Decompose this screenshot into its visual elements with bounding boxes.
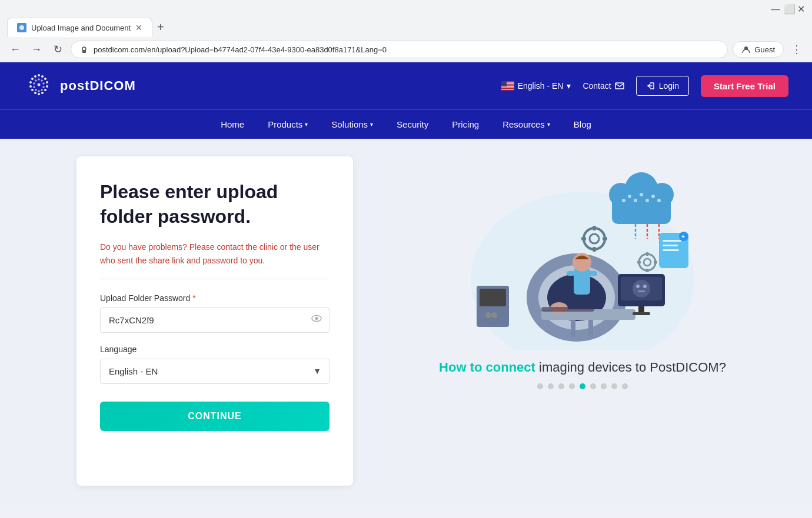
dot-4[interactable]	[569, 383, 575, 389]
dot-3[interactable]	[558, 383, 564, 389]
svg-point-47	[634, 199, 637, 202]
svg-rect-65	[654, 261, 657, 264]
solutions-chevron: ▾	[370, 121, 373, 128]
svg-point-17	[34, 75, 36, 78]
svg-point-87	[633, 280, 650, 298]
start-trial-button[interactable]: Start Free Trial	[701, 75, 788, 97]
form-divider	[100, 279, 330, 279]
back-button[interactable]: ←	[7, 41, 24, 58]
password-input[interactable]	[100, 308, 330, 333]
svg-rect-69	[663, 245, 678, 246]
nav-security[interactable]: Security	[397, 119, 428, 129]
caption-dark-text: imaging devices to PostDICOM?	[535, 360, 726, 375]
us-flag-icon	[501, 81, 514, 91]
svg-point-11	[38, 93, 40, 95]
svg-point-26	[33, 82, 35, 85]
browser-titlebar: — ⬜ ✕	[0, 0, 812, 18]
main-nav-items: Home Products ▾ Solutions ▾ Security Pri…	[221, 119, 591, 129]
guest-label: Guest	[754, 45, 775, 54]
caption-cyan-text: How to connect	[439, 360, 535, 375]
main-nav: Home Products ▾ Solutions ▾ Security Pri…	[0, 109, 812, 139]
top-nav-right: English - EN ▾ Contact Login Start Free …	[501, 75, 788, 97]
nav-solutions[interactable]: Solutions ▾	[331, 119, 373, 129]
dot-6[interactable]	[590, 383, 596, 389]
svg-point-20	[42, 82, 45, 85]
svg-rect-68	[663, 240, 681, 242]
svg-point-18	[38, 78, 40, 81]
svg-point-15	[29, 81, 32, 83]
caption-area: How to connect imaging devices to PostDI…	[439, 360, 726, 389]
logo-text: postDICOM	[60, 78, 136, 93]
svg-point-50	[651, 195, 655, 198]
svg-point-39	[315, 317, 318, 320]
language-selector[interactable]: English - EN ▾	[501, 81, 571, 91]
logo-area: postDICOM	[24, 71, 136, 101]
svg-rect-63	[646, 252, 649, 256]
svg-point-14	[29, 85, 32, 88]
svg-point-16	[31, 78, 34, 80]
tab-close-icon[interactable]: ✕	[135, 23, 142, 32]
mri-illustration: +	[459, 162, 706, 350]
svg-point-7	[46, 81, 48, 83]
contact-button[interactable]: Contact	[583, 81, 624, 91]
maximize-button[interactable]: ⬜	[784, 5, 792, 13]
language-select[interactable]: English - EN French - FR German - DE Spa…	[100, 359, 330, 384]
login-button[interactable]: Login	[636, 76, 689, 96]
svg-rect-2	[82, 50, 86, 53]
nav-resources[interactable]: Resources ▾	[502, 119, 550, 129]
nav-pricing[interactable]: Pricing	[452, 119, 479, 129]
dot-2[interactable]	[548, 383, 554, 389]
reload-button[interactable]: ↻	[49, 41, 66, 58]
eye-toggle-icon[interactable]	[311, 313, 322, 327]
new-tab-button[interactable]: +	[152, 18, 169, 36]
svg-rect-92	[633, 312, 650, 315]
svg-point-89	[643, 285, 647, 288]
svg-rect-37	[615, 83, 624, 89]
browser-tab-bar: Upload Image and Document ✕ +	[0, 18, 812, 37]
form-subtitle: Do you have problems? Please contact the…	[100, 240, 330, 267]
lang-chevron: ▾	[567, 81, 571, 91]
password-input-wrapper	[100, 308, 330, 333]
svg-rect-59	[603, 237, 607, 240]
continue-button[interactable]: CONTINUE	[100, 402, 330, 431]
svg-point-23	[38, 90, 40, 92]
svg-rect-58	[593, 247, 596, 252]
logo-icon	[24, 71, 54, 101]
svg-point-10	[41, 92, 44, 94]
forward-button[interactable]: →	[28, 41, 45, 58]
dot-1[interactable]	[537, 383, 543, 389]
dot-7[interactable]	[601, 383, 607, 389]
svg-text:+: +	[681, 233, 685, 240]
url-text: postdicom.com/en/upload?Upload=b4774ad2-…	[94, 45, 719, 54]
svg-rect-57	[593, 226, 596, 230]
nav-products[interactable]: Products ▾	[268, 119, 308, 129]
guest-button[interactable]: Guest	[733, 41, 784, 58]
tab-title: Upload Image and Document	[31, 24, 131, 32]
more-options-button[interactable]: ⋮	[788, 41, 805, 58]
svg-point-48	[640, 193, 643, 196]
caption-title: How to connect imaging devices to PostDI…	[439, 360, 726, 375]
minimize-button[interactable]: —	[771, 5, 779, 13]
form-panel: Please enter upload folder password. Do …	[76, 156, 353, 486]
nav-blog[interactable]: Blog	[574, 119, 591, 129]
nav-home[interactable]: Home	[221, 119, 244, 129]
svg-point-24	[35, 89, 37, 91]
svg-point-6	[44, 78, 46, 80]
close-button[interactable]: ✕	[797, 5, 805, 13]
svg-point-9	[44, 89, 46, 91]
svg-rect-64	[646, 269, 649, 272]
resources-chevron: ▾	[547, 121, 550, 128]
svg-point-51	[657, 199, 661, 202]
login-label: Login	[659, 81, 679, 91]
url-bar[interactable]: postdicom.com/en/upload?Upload=b4774ad2-…	[71, 41, 728, 58]
dot-9[interactable]	[622, 383, 628, 389]
svg-rect-60	[581, 237, 586, 240]
illustration-svg: +	[459, 162, 706, 350]
active-tab[interactable]: Upload Image and Document ✕	[7, 18, 152, 37]
products-chevron: ▾	[305, 121, 308, 128]
website: postDICOM English - EN ▾	[0, 62, 812, 503]
svg-rect-66	[637, 261, 641, 264]
carousel-dots	[439, 383, 726, 389]
dot-5[interactable]	[580, 383, 585, 389]
dot-8[interactable]	[611, 383, 617, 389]
